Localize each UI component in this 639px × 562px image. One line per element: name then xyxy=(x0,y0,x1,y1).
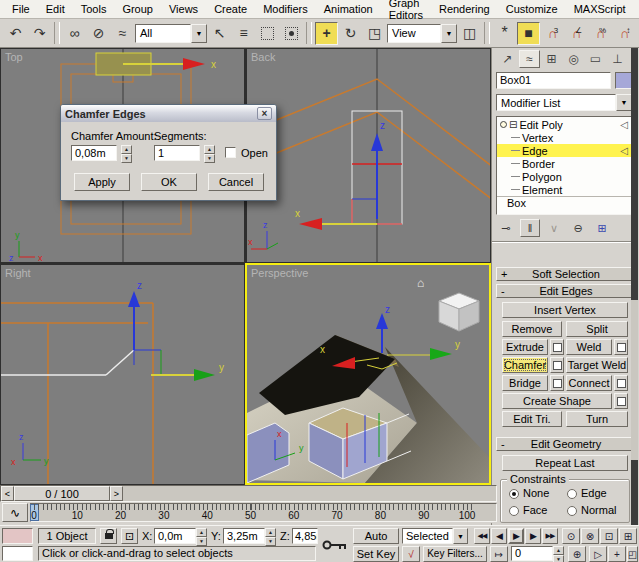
selection-set-value[interactable]: Selected xyxy=(402,528,453,544)
open-mini-curve-editor-icon[interactable]: ∿ xyxy=(2,503,28,522)
window-crossing-icon[interactable] xyxy=(280,22,303,45)
zoom-extents-all-icon[interactable]: ⊞ xyxy=(619,528,637,544)
repeat-last-button[interactable]: Repeat Last xyxy=(502,455,628,471)
pin-stack-icon[interactable]: ⊸ xyxy=(496,219,516,237)
sub-level-name[interactable]: Element xyxy=(522,184,562,196)
maxscript-mini-listener[interactable] xyxy=(2,546,33,561)
reference-coordinate-value[interactable]: View xyxy=(387,24,441,43)
select-object-icon[interactable]: ↖ xyxy=(208,22,231,45)
previous-frame-icon[interactable]: ◀ xyxy=(491,528,507,544)
time-slider-button[interactable]: 0 / 100 xyxy=(14,486,110,501)
select-and-scale-icon[interactable]: ◳ xyxy=(363,22,386,45)
panel-scrollbar[interactable] xyxy=(631,48,638,525)
chevron-down-icon[interactable]: ▼ xyxy=(616,94,632,111)
select-and-link-icon[interactable]: ∞ xyxy=(63,22,86,45)
create-shape-settings-icon[interactable] xyxy=(614,393,628,409)
x-spinner[interactable]: ▲▼ xyxy=(196,528,207,544)
set-key-button[interactable]: Set Key xyxy=(353,546,399,562)
chevron-down-icon[interactable]: ▼ xyxy=(191,24,207,43)
chamfer-diagonal[interactable] xyxy=(106,350,134,375)
undo-icon[interactable]: ↶ xyxy=(4,22,27,45)
rollout-edit-geometry[interactable]: - Edit Geometry xyxy=(496,437,636,451)
chevron-down-icon[interactable]: ▼ xyxy=(441,24,457,43)
lightbulb-icon[interactable] xyxy=(500,121,507,128)
scrollbar-thumb[interactable] xyxy=(631,48,638,300)
modifier-list-value[interactable]: Modifier List xyxy=(496,94,616,111)
maximize-viewport-icon[interactable]: ◰ xyxy=(627,546,638,562)
selection-set-dropdown[interactable]: Selected ▼ xyxy=(402,528,468,544)
sub-level-name[interactable]: Edge xyxy=(522,145,548,157)
menu-create[interactable]: Create xyxy=(206,1,255,17)
modifier-list-dropdown[interactable]: Modifier List ▼ xyxy=(496,94,632,111)
stack-row-edge-selected[interactable]: Edge◁ xyxy=(497,144,631,157)
menu-maxscript[interactable]: MAXScript xyxy=(566,1,634,17)
show-end-result-icon[interactable]: ‖ xyxy=(520,219,540,237)
extrude-settings-icon[interactable] xyxy=(550,339,564,355)
viewport-back[interactable]: z x z x Back xyxy=(247,49,490,262)
tab-motion[interactable]: ◎ xyxy=(563,50,584,68)
radio-normal[interactable]: Normal xyxy=(567,504,616,516)
auto-key-button[interactable]: Auto Key xyxy=(353,528,399,544)
edit-tri-button[interactable]: Edit Tri. xyxy=(502,411,562,427)
spin-down-icon[interactable]: ▼ xyxy=(265,537,276,546)
next-frame-icon[interactable]: ▶ xyxy=(525,528,541,544)
viewport-label[interactable]: Right xyxy=(5,267,31,279)
frame-back-button[interactable]: < xyxy=(1,486,14,501)
rectangular-selection-region-icon[interactable] xyxy=(256,22,279,45)
chamfer-settings-icon[interactable] xyxy=(550,357,564,373)
sub-level-name[interactable]: Vertex xyxy=(522,132,553,144)
current-frame-field[interactable]: 0 xyxy=(511,546,553,561)
chamfer-button-active[interactable]: Chamfer xyxy=(502,357,548,373)
spin-down-icon[interactable]: ▼ xyxy=(204,154,215,163)
menu-rendering[interactable]: Rendering xyxy=(431,1,498,17)
zoom-icon[interactable]: ⊙ xyxy=(562,528,580,544)
split-button[interactable]: Split xyxy=(566,321,628,337)
play-animation-icon[interactable]: ▶ xyxy=(508,528,524,544)
spin-down-icon[interactable]: ▼ xyxy=(196,537,207,546)
viewport-label[interactable]: Back xyxy=(251,51,275,63)
scrollbar-thumb[interactable] xyxy=(631,460,638,525)
remove-button[interactable]: Remove xyxy=(502,321,562,337)
select-by-name-icon[interactable]: ≡ xyxy=(232,22,255,45)
tab-display[interactable]: ▭ xyxy=(585,50,606,68)
spin-up-icon[interactable]: ▲ xyxy=(196,528,207,537)
spinner-snap-icon[interactable]: ∩↕ xyxy=(613,22,636,45)
turn-button[interactable]: Turn xyxy=(566,411,628,427)
frame-spinner[interactable]: ▲▼ xyxy=(553,546,564,561)
spin-up-icon[interactable]: ▲ xyxy=(265,528,276,537)
track-bar-ruler[interactable]: 0102030405060708090100 xyxy=(30,503,497,522)
bind-to-spacewarp-icon[interactable]: ≈ xyxy=(111,22,134,45)
menu-views[interactable]: Views xyxy=(161,1,206,17)
viewport-perspective-active[interactable]: x y z x y ⌂ Perspec xyxy=(245,263,491,485)
viewport-label[interactable]: Top xyxy=(5,51,23,63)
zoom-extents-icon[interactable]: ⊡ xyxy=(600,528,618,544)
zoom-all-icon[interactable]: ⊗ xyxy=(581,528,599,544)
set-keys-key-icon[interactable] xyxy=(320,528,350,561)
use-center-icon[interactable]: ◫ xyxy=(458,22,481,45)
stack-row-vertex[interactable]: Vertex xyxy=(497,131,631,144)
spin-up-icon[interactable]: ▲ xyxy=(121,145,132,154)
radio-edge[interactable]: Edge xyxy=(567,487,607,499)
tab-modify[interactable]: ≈ xyxy=(519,50,540,68)
sub-level-name[interactable]: Polygon xyxy=(522,171,562,183)
cancel-button[interactable]: Cancel xyxy=(208,173,264,191)
tab-create[interactable]: ↗ xyxy=(497,50,518,68)
frame-forward-button[interactable]: > xyxy=(110,486,123,501)
object-color-swatch[interactable] xyxy=(615,72,632,89)
radio-none[interactable]: None xyxy=(509,487,549,499)
stack-row-edit-poly[interactable]: ⊟ Edit Poly ◁ xyxy=(497,118,631,131)
connect-button[interactable]: Connect xyxy=(566,375,612,391)
remove-modifier-icon[interactable]: ⊖ xyxy=(568,219,588,237)
absolute-mode-icon[interactable]: ⊡ xyxy=(121,528,138,544)
home-icon[interactable]: ⌂ xyxy=(417,276,424,290)
insert-vertex-button[interactable]: Insert Vertex xyxy=(502,302,628,318)
weld-button[interactable]: Weld xyxy=(566,339,612,355)
menu-group[interactable]: Group xyxy=(114,1,161,17)
close-icon[interactable]: × xyxy=(257,107,272,120)
spin-down-icon[interactable]: ▼ xyxy=(553,555,564,562)
snaps-toggle-3d-icon[interactable]: ∩3 xyxy=(541,22,564,45)
selection-filter-value[interactable]: All xyxy=(135,24,191,43)
go-to-start-icon[interactable]: ◀◀ xyxy=(474,528,490,544)
key-tangent-curve-icon[interactable]: √ xyxy=(402,546,420,562)
stack-row-polygon[interactable]: Polygon xyxy=(497,170,631,183)
